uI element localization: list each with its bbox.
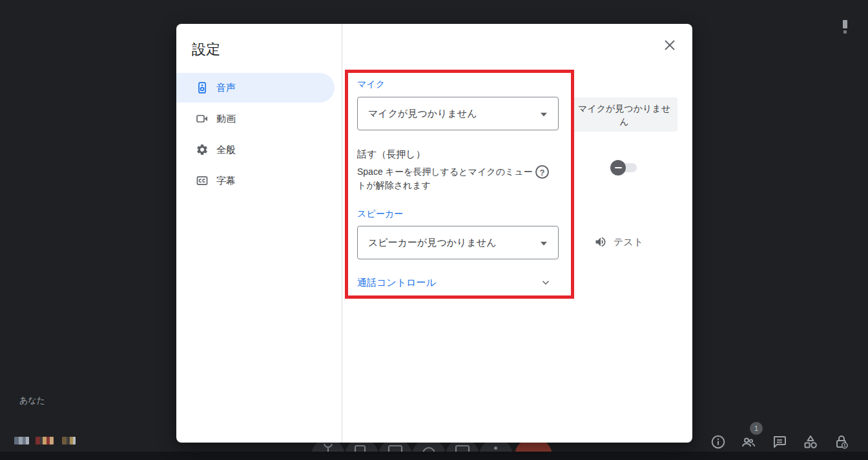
captions-icon xyxy=(388,445,402,452)
sidebar-item-captions[interactable]: 字幕 xyxy=(176,166,335,195)
alert-exclamation-icon-dot xyxy=(843,30,847,34)
dropdown-arrow-icon xyxy=(540,112,548,117)
close-button[interactable] xyxy=(661,36,679,54)
volume-up-icon xyxy=(594,235,607,248)
screen-bottom-edge xyxy=(0,452,868,460)
chat-icon[interactable] xyxy=(772,434,787,450)
chevron-down-icon[interactable] xyxy=(540,277,552,288)
present-icon xyxy=(455,445,470,452)
sidebar-item-video[interactable]: 動画 xyxy=(176,104,335,134)
sidebar-divider xyxy=(342,24,342,443)
captions-cc-icon xyxy=(196,174,209,187)
mic-status-message: マイクが見つかりません xyxy=(576,102,673,128)
sidebar-item-general[interactable]: 全般 xyxy=(176,135,335,165)
sidebar-item-label: 字幕 xyxy=(216,175,236,187)
reaction-icon xyxy=(422,446,436,452)
microphone-section-label: マイク xyxy=(357,79,385,90)
push-to-talk-title: 話す（長押し） xyxy=(357,148,426,161)
filmstrip-thumbnail xyxy=(14,437,29,445)
speaker-test-label: テスト xyxy=(614,236,643,248)
camera-icon xyxy=(355,445,366,452)
close-icon xyxy=(664,39,676,51)
dropdown-arrow-icon xyxy=(540,241,548,246)
self-view-label: あなた xyxy=(19,395,45,406)
sidebar-item-label: 全般 xyxy=(216,144,236,156)
sidebar-item-label: 動画 xyxy=(216,113,236,125)
sidebar-item-audio[interactable]: 音声 xyxy=(176,73,335,103)
gear-icon xyxy=(196,143,209,156)
participants-count-badge: 1 xyxy=(750,422,763,435)
filmstrip-thumbnail xyxy=(62,437,76,445)
settings-dialog: 設定 音声 動画 全般 字幕 マイク マイクが見つかりません 話す（長押し） S… xyxy=(176,24,692,443)
activities-icon[interactable] xyxy=(803,434,818,450)
speaker-box-icon xyxy=(196,81,209,94)
alert-exclamation-icon xyxy=(843,20,847,28)
push-to-talk-toggle-knob[interactable] xyxy=(610,160,626,175)
dialog-title: 設定 xyxy=(192,40,220,59)
filmstrip-thumbnail xyxy=(36,437,54,445)
microphone-select-value: マイクが見つかりません xyxy=(368,108,477,120)
speaker-test-button[interactable]: テスト xyxy=(594,235,643,248)
speaker-select[interactable]: スピーカーが見つかりません xyxy=(357,226,559,259)
mic-status-box: マイクが見つかりません xyxy=(571,97,677,132)
meeting-info-icon[interactable] xyxy=(710,434,726,450)
speaker-section-label: スピーカー xyxy=(357,208,403,220)
help-icon[interactable]: ? xyxy=(535,165,549,179)
toggle-minus-icon xyxy=(615,167,622,168)
participants-icon[interactable] xyxy=(741,434,756,450)
video-camera-icon xyxy=(196,112,209,125)
push-to-talk-description: Space キーを長押しするとマイクのミュートが解除されます xyxy=(357,165,538,192)
mic-icon xyxy=(323,443,333,452)
speaker-select-value: スピーカーが見つかりません xyxy=(368,237,497,249)
microphone-select[interactable]: マイクが見つかりません xyxy=(357,97,559,130)
call-control-expander[interactable]: 通話コントロール xyxy=(357,277,436,289)
more-dots-icon xyxy=(494,446,497,450)
sidebar-item-label: 音声 xyxy=(216,82,236,94)
host-controls-lock-icon[interactable] xyxy=(834,434,849,450)
